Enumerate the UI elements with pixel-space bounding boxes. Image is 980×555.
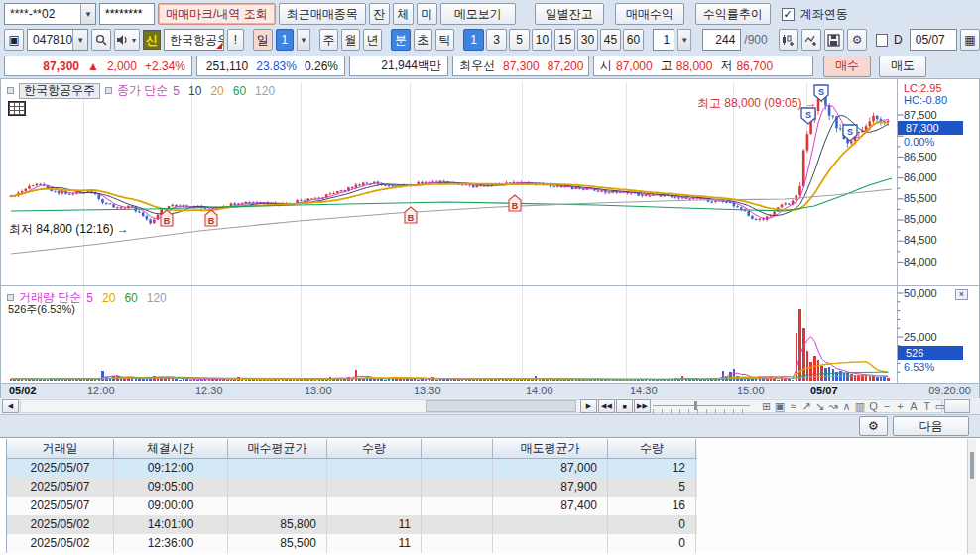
return-trend-button[interactable]: 수익률추이 [695,3,771,25]
column-header[interactable]: 거래일 [7,439,114,458]
interval-15-button[interactable]: 15 [554,29,575,51]
table-cell: 09:05:00 [114,478,228,497]
period-year-button[interactable]: 년 [363,29,382,51]
scrollbar-thumb[interactable] [426,400,576,412]
up-arrow-icon: ▲ [87,59,99,73]
ohl-box: 시 87,000 고 88,000 저 86,700 [593,56,813,76]
trade-history-table[interactable]: 거래일체결시간매수평균가수량매도평균가수량2025/05/0709:12:008… [6,439,697,553]
chevron-down-icon[interactable]: ▼ [677,29,691,51]
period-minute-button[interactable]: 분 [391,29,410,51]
chevron-down-icon[interactable]: ▼ [80,4,95,24]
column-header[interactable]: 매수평균가 [228,439,327,458]
rewind-icon[interactable]: ◀◀ [598,399,615,413]
table-cell [493,515,608,534]
volume-box: 251,110 23.83% 0.26% [196,56,345,76]
next-button[interactable]: 다음 [893,416,969,436]
period-day-button[interactable]: 일 [253,29,273,51]
speed-slider[interactable] [653,405,750,406]
collapse-icon[interactable] [7,294,14,301]
calendar-icon[interactable]: ▦ [960,29,980,51]
symbol-name-field[interactable]: 한국항공우주 [164,29,224,51]
search-icon[interactable] [91,29,111,51]
table-row[interactable]: 2025/05/0214:01:0085,800110 [7,515,697,534]
play-icon[interactable]: ▶ [580,399,597,413]
trade-mark-inquiry-button[interactable]: 매매마크/내역 조회 [158,3,276,25]
bar-count: 244 [715,33,735,47]
column-header[interactable]: 수량 [327,439,422,458]
date-field[interactable]: 05/07 [910,29,957,51]
password-field[interactable] [99,3,155,25]
day-count-value[interactable]: 1 [276,29,294,51]
collapse-icon[interactable] [105,87,112,94]
column-header[interactable] [422,439,493,458]
settings-gear-icon[interactable]: ⚙ [859,416,888,436]
memo-button[interactable]: 메모보기 [440,3,516,25]
bar-count-field[interactable]: 244 [702,29,741,51]
vertical-scrollbar[interactable] [967,439,976,554]
interval-5-button[interactable]: 5 [509,29,530,51]
interval-3-button[interactable]: 3 [486,29,507,51]
stop-icon[interactable]: ■ [616,399,633,413]
recent-trades-button[interactable]: 최근매매종목 [279,3,366,25]
period-month-button[interactable]: 월 [341,29,360,51]
add-candle-icon[interactable] [779,29,798,51]
interval-30-button[interactable]: 30 [577,29,598,51]
period-second-button[interactable]: 초 [414,29,432,51]
sell-button[interactable]: 매도 [879,56,926,77]
ma-legend: 5102060120 [173,84,275,98]
scroll-left-icon[interactable]: ◀ [2,399,19,413]
chevron-down-icon[interactable]: ▼ [297,29,310,51]
toolbar-end-button[interactable] [944,399,970,413]
period-tick-button[interactable]: 틱 [435,29,454,51]
interval-60-button[interactable]: 60 [623,29,644,51]
add-line-icon[interactable] [801,29,821,51]
column-header[interactable]: 체결시간 [114,439,228,458]
column-header[interactable]: 수량 [608,439,696,458]
alert-button[interactable]: ! [227,29,243,51]
account-link-checkbox[interactable]: ✓ [782,8,795,21]
price-chart-canvas[interactable]: BBBBSSS [1,79,979,397]
legend-series-label: 종가 단순 [117,82,168,99]
balance-tab-button[interactable]: 잔 [369,3,390,25]
grid-edit-icon[interactable] [8,101,26,116]
time-tick-label: 13:00 [305,385,332,396]
price-tick-label: 85,000 [904,213,965,225]
buy-button[interactable]: 매수 [823,56,871,77]
interval-45-button[interactable]: 45 [600,29,621,51]
hc-label: HC:-0.80 [904,94,965,106]
table-row[interactable]: 2025/05/0709:00:0087,40016 [7,497,697,515]
table-row[interactable]: 2025/05/0212:36:0085,500110 [7,534,697,553]
ma-20-label: 20 [102,291,115,305]
trade-profit-button[interactable]: 매매수익 [615,3,684,25]
gear-icon[interactable]: ⚙ [847,29,867,51]
table-row[interactable]: 2025/05/0709:12:0087,00012 [7,459,697,478]
daily-balance-button[interactable]: 일별잔고 [535,3,604,25]
unfilled-tab-button[interactable]: 미 [417,3,437,25]
account-select[interactable]: ****-**02 ▼ [4,3,96,25]
interval-1-button[interactable]: 1 [463,29,484,51]
chevron-down-icon[interactable]: ▼ [72,30,87,50]
table-cell: 87,400 [493,497,608,515]
symbol-code-input[interactable]: 047810 ▼ [27,29,88,51]
forward-icon[interactable]: ▶▶ [634,399,651,413]
svg-text:S: S [847,127,853,137]
save-icon[interactable] [824,29,844,51]
check-icon: ✓ [784,8,793,21]
d-checkbox[interactable] [876,34,888,47]
vscrollbar-thumb[interactable] [970,452,974,479]
slider-ruler [653,409,750,414]
speaker-icon[interactable]: ▼ [114,29,140,51]
table-cell: 2025/05/07 [7,459,114,478]
window-link-icon[interactable]: ▣ [4,29,24,51]
collapse-icon[interactable] [7,87,14,94]
time-tick-label: 14:30 [630,385,658,396]
low-label: 저 [720,57,732,74]
interval-10-button[interactable]: 10 [532,29,552,51]
custom-interval-input[interactable]: 1 [653,29,674,51]
column-header[interactable]: 매도평균가 [493,439,608,458]
action-row: ⚙ 다음 [0,415,980,437]
table-row[interactable]: 2025/05/0709:05:0087,9005 [7,478,697,497]
filled-tab-button[interactable]: 체 [393,3,414,25]
best-label: 최우선 [459,57,495,74]
period-week-button[interactable]: 주 [319,29,338,51]
